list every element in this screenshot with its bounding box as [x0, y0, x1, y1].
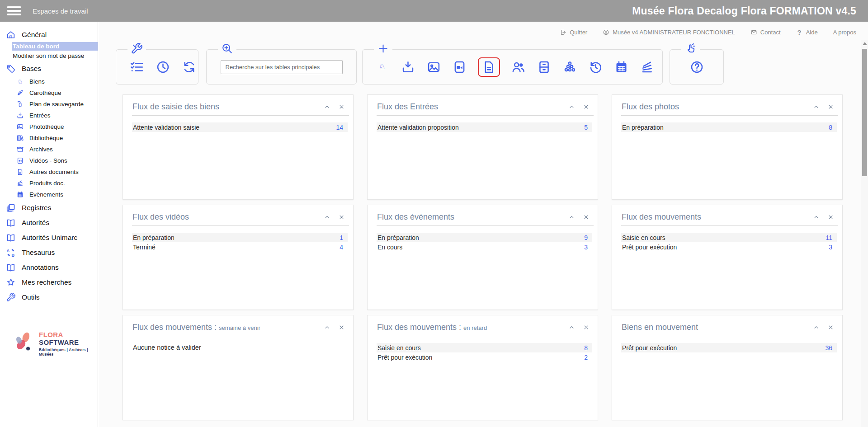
users-icon[interactable]: [511, 60, 526, 75]
status-row-saisie-en-cours[interactable]: Saisie en cours8: [377, 343, 592, 352]
clock-icon[interactable]: [156, 60, 170, 75]
sidebar-item-biens[interactable]: ♘Biens: [0, 76, 98, 87]
help-button[interactable]: ?Aide: [796, 29, 818, 36]
status-count[interactable]: 3: [829, 244, 832, 251]
status-label[interactable]: En préparation: [133, 234, 175, 241]
cabinet-icon[interactable]: [537, 60, 552, 75]
video-file-icon[interactable]: [452, 60, 467, 75]
contact-button[interactable]: Contact: [750, 29, 781, 36]
status-label[interactable]: En cours: [377, 244, 402, 251]
sidebar-item-carotheque[interactable]: Carothèque: [0, 87, 98, 99]
sidebar-item-tableau-de-bord[interactable]: Tableau de bord: [12, 42, 98, 51]
status-row-attente-validation-proposition[interactable]: Attente validation proposition5: [377, 122, 592, 132]
collapse-icon[interactable]: [324, 103, 330, 110]
sidebar-item-archives[interactable]: Archives: [0, 144, 98, 155]
status-label[interactable]: Saisie en cours: [622, 234, 665, 241]
quit-button[interactable]: Quitter: [560, 29, 587, 36]
status-count[interactable]: 2: [584, 354, 588, 361]
sidebar-section-autorites[interactable]: Autorités: [0, 215, 98, 230]
status-label[interactable]: Saisie en cours: [377, 344, 421, 352]
sidebar-item-bibliotheque[interactable]: Bibliothèque: [0, 132, 98, 144]
status-row-en-cours[interactable]: En cours3: [377, 242, 592, 252]
status-row-termine[interactable]: Terminé4: [132, 242, 348, 252]
about-button[interactable]: A propos: [833, 29, 856, 36]
calendar-icon[interactable]: [614, 60, 629, 75]
sidebar-section-autorites-unimarc[interactable]: Autorités Unimarc: [0, 230, 98, 245]
sidebar-section-annotations[interactable]: Annotations: [0, 260, 98, 275]
collapse-icon[interactable]: [568, 214, 575, 221]
scroll-up-arrow[interactable]: [863, 42, 867, 45]
paper-stack-icon[interactable]: [640, 60, 655, 75]
sidebar-item-evenements[interactable]: Evènements: [0, 189, 98, 200]
status-row-pret-pour-execution[interactable]: Prêt pour exécution3: [621, 242, 837, 252]
history-icon[interactable]: [588, 60, 603, 75]
status-label[interactable]: En préparation: [622, 124, 664, 131]
sidebar-section-thesaurus[interactable]: ABThesaurus: [0, 245, 98, 260]
sidebar-section-general[interactable]: Général: [0, 27, 98, 42]
refresh-icon[interactable]: [182, 60, 197, 75]
status-row-pret-pour-execution[interactable]: Prêt pour exécution36: [621, 343, 837, 352]
close-icon[interactable]: [583, 103, 590, 110]
status-row-en-preparation[interactable]: En préparation1: [132, 233, 348, 242]
sidebar-section-mes-recherches[interactable]: Mes recherches: [0, 275, 98, 290]
close-icon[interactable]: [827, 103, 834, 110]
close-icon[interactable]: [338, 103, 345, 110]
close-icon[interactable]: [338, 214, 345, 221]
status-label[interactable]: Prêt pour exécution: [622, 344, 677, 352]
status-count[interactable]: 9: [584, 234, 588, 241]
selected-tool-highlight[interactable]: [478, 57, 500, 77]
status-row-en-preparation[interactable]: En préparation8: [621, 122, 837, 132]
sidebar-item-modifier-son-mot-de-passe[interactable]: Modifier son mot de passe: [12, 52, 98, 60]
document-icon[interactable]: [481, 60, 496, 75]
photo-icon[interactable]: [426, 60, 441, 75]
sidebar-item-phototheque[interactable]: Photothèque: [0, 121, 98, 132]
knight-icon[interactable]: ♘: [375, 60, 390, 75]
question-circle-icon[interactable]: [689, 60, 704, 75]
checklist-icon[interactable]: [129, 60, 144, 75]
close-icon[interactable]: [827, 324, 834, 331]
status-count[interactable]: 36: [825, 344, 832, 352]
status-count[interactable]: 1: [340, 234, 343, 241]
collapse-icon[interactable]: [813, 214, 820, 221]
collapse-icon[interactable]: [324, 214, 330, 221]
network-icon[interactable]: [562, 60, 577, 75]
status-row-en-preparation[interactable]: En préparation9: [377, 233, 592, 242]
collapse-icon[interactable]: [813, 324, 820, 331]
status-row-saisie-en-cours[interactable]: Saisie en cours11: [621, 233, 837, 242]
status-label[interactable]: Prêt pour exécution: [622, 244, 677, 251]
download-tray-icon[interactable]: [401, 60, 415, 75]
status-label[interactable]: Attente validation saisie: [133, 124, 199, 131]
scrollbar[interactable]: [861, 40, 868, 427]
user-button[interactable]: Musée v4 ADMINISTRATEUR FONCTIONNEL: [603, 29, 735, 36]
status-count[interactable]: 8: [829, 124, 832, 131]
status-row-attente-validation-saisie[interactable]: Attente validation saisie14: [132, 122, 348, 132]
status-count[interactable]: 5: [584, 124, 588, 131]
status-count[interactable]: 14: [336, 124, 343, 131]
collapse-icon[interactable]: [568, 324, 575, 331]
sidebar-item-autres-documents[interactable]: Autres documents: [0, 166, 98, 178]
workspace-label[interactable]: Espaces de travail: [33, 7, 88, 15]
status-count[interactable]: 8: [584, 344, 588, 352]
sidebar-item-entrees[interactable]: Entrées: [0, 110, 98, 121]
sidebar-section-bases[interactable]: Bases: [0, 61, 98, 76]
status-count[interactable]: 4: [340, 244, 343, 251]
sidebar-section-registres[interactable]: Registres: [0, 200, 98, 215]
status-count[interactable]: 11: [826, 234, 832, 241]
status-label[interactable]: Attente validation proposition: [377, 124, 459, 131]
close-icon[interactable]: [827, 214, 834, 221]
main-tables-search-input[interactable]: [221, 60, 343, 74]
sidebar-item-videos-sons[interactable]: Vidéos - Sons: [0, 155, 98, 166]
collapse-icon[interactable]: [568, 103, 575, 110]
close-icon[interactable]: [338, 324, 345, 331]
scroll-thumb[interactable]: [862, 49, 867, 176]
sidebar-section-outils[interactable]: Outils: [0, 290, 98, 305]
sidebar-item-produits-doc[interactable]: Produits doc.: [0, 178, 98, 189]
status-label[interactable]: Terminé: [133, 244, 156, 251]
collapse-icon[interactable]: [813, 103, 820, 110]
close-icon[interactable]: [583, 324, 590, 331]
collapse-icon[interactable]: [324, 324, 330, 331]
close-icon[interactable]: [583, 214, 590, 221]
menu-icon[interactable]: [7, 6, 21, 15]
status-row-pret-pour-execution[interactable]: Prêt pour exécution2: [377, 352, 592, 362]
sidebar-item-plan-de-sauvegarde[interactable]: Plan de sauvegarde: [0, 99, 98, 110]
